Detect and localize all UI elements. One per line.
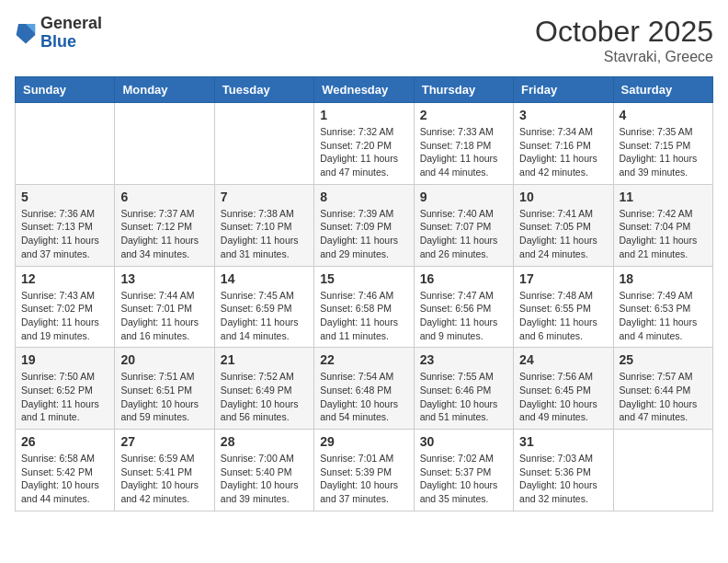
day-number: 1: [320, 108, 407, 122]
day-number: 25: [620, 352, 707, 367]
calendar-cell: [214, 103, 313, 185]
day-number: 18: [620, 271, 707, 286]
calendar-cell: 16Sunrise: 7:47 AM Sunset: 6:56 PM Dayli…: [414, 266, 513, 348]
calendar-week-row: 12Sunrise: 7:43 AM Sunset: 7:02 PM Dayli…: [16, 266, 713, 348]
calendar-cell: 30Sunrise: 7:02 AM Sunset: 5:37 PM Dayli…: [414, 430, 513, 511]
calendar-week-row: 1Sunrise: 7:32 AM Sunset: 7:20 PM Daylig…: [16, 103, 713, 185]
logo-blue-text: Blue: [40, 33, 102, 52]
day-info: Sunrise: 7:47 AM Sunset: 6:56 PM Dayligh…: [420, 289, 507, 343]
calendar-cell: 10Sunrise: 7:41 AM Sunset: 7:05 PM Dayli…: [514, 184, 613, 266]
calendar-cell: 6Sunrise: 7:37 AM Sunset: 7:12 PM Daylig…: [115, 184, 214, 266]
day-info: Sunrise: 7:32 AM Sunset: 7:20 PM Dayligh…: [320, 125, 407, 179]
day-info: Sunrise: 7:35 AM Sunset: 7:15 PM Dayligh…: [620, 125, 707, 179]
day-info: Sunrise: 7:57 AM Sunset: 6:44 PM Dayligh…: [620, 370, 707, 424]
logo-general-text: General: [40, 15, 102, 33]
calendar-cell: 5Sunrise: 7:36 AM Sunset: 7:13 PM Daylig…: [16, 184, 115, 266]
day-number: 7: [221, 190, 308, 204]
day-number: 26: [21, 434, 108, 449]
calendar-cell: 17Sunrise: 7:48 AM Sunset: 6:55 PM Dayli…: [514, 266, 613, 348]
day-number: 9: [420, 190, 507, 204]
day-number: 8: [320, 190, 407, 204]
calendar-week-row: 5Sunrise: 7:36 AM Sunset: 7:13 PM Daylig…: [16, 184, 713, 266]
day-number: 20: [120, 352, 208, 367]
day-number: 16: [420, 271, 507, 286]
day-info: Sunrise: 7:39 AM Sunset: 7:09 PM Dayligh…: [320, 207, 407, 261]
day-info: Sunrise: 7:43 AM Sunset: 7:02 PM Dayligh…: [21, 289, 108, 343]
calendar-cell: 12Sunrise: 7:43 AM Sunset: 7:02 PM Dayli…: [16, 266, 115, 348]
day-info: Sunrise: 7:36 AM Sunset: 7:13 PM Dayligh…: [21, 207, 108, 261]
calendar-week-row: 19Sunrise: 7:50 AM Sunset: 6:52 PM Dayli…: [16, 348, 713, 430]
day-number: 24: [519, 352, 607, 367]
day-number: 13: [120, 271, 208, 286]
month-year: October 2025: [535, 15, 713, 49]
day-info: Sunrise: 6:58 AM Sunset: 5:42 PM Dayligh…: [21, 452, 108, 506]
day-info: Sunrise: 7:40 AM Sunset: 7:07 PM Dayligh…: [420, 207, 507, 261]
logo-icon: [15, 20, 37, 46]
calendar-cell: 14Sunrise: 7:45 AM Sunset: 6:59 PM Dayli…: [214, 266, 313, 348]
day-info: Sunrise: 7:49 AM Sunset: 6:53 PM Dayligh…: [620, 289, 707, 343]
day-number: 2: [420, 108, 507, 122]
day-info: Sunrise: 7:42 AM Sunset: 7:04 PM Dayligh…: [620, 207, 707, 261]
day-info: Sunrise: 7:03 AM Sunset: 5:36 PM Dayligh…: [519, 452, 607, 506]
day-info: Sunrise: 7:50 AM Sunset: 6:52 PM Dayligh…: [21, 370, 108, 424]
calendar-cell: 13Sunrise: 7:44 AM Sunset: 7:01 PM Dayli…: [115, 266, 214, 348]
calendar-cell: 28Sunrise: 7:00 AM Sunset: 5:40 PM Dayli…: [214, 430, 313, 511]
day-info: Sunrise: 7:51 AM Sunset: 6:51 PM Dayligh…: [120, 370, 208, 424]
page-header: General Blue October 2025 Stavraki, Gree…: [15, 15, 713, 65]
weekday-header-monday: Monday: [115, 77, 214, 103]
day-info: Sunrise: 7:41 AM Sunset: 7:05 PM Dayligh…: [519, 207, 607, 261]
day-info: Sunrise: 7:34 AM Sunset: 7:16 PM Dayligh…: [519, 125, 607, 179]
weekday-header-tuesday: Tuesday: [214, 77, 313, 103]
day-number: 28: [221, 434, 308, 449]
calendar-cell: 21Sunrise: 7:52 AM Sunset: 6:49 PM Dayli…: [214, 348, 313, 430]
calendar-cell: 8Sunrise: 7:39 AM Sunset: 7:09 PM Daylig…: [314, 184, 414, 266]
month-title: October 2025 Stavraki, Greece: [535, 15, 713, 65]
day-number: 6: [120, 190, 208, 204]
weekday-header-saturday: Saturday: [613, 77, 712, 103]
day-info: Sunrise: 7:56 AM Sunset: 6:45 PM Dayligh…: [519, 370, 607, 424]
day-number: 11: [620, 190, 707, 204]
calendar-cell: 22Sunrise: 7:54 AM Sunset: 6:48 PM Dayli…: [314, 348, 414, 430]
day-info: Sunrise: 7:45 AM Sunset: 6:59 PM Dayligh…: [221, 289, 308, 343]
calendar-cell: 1Sunrise: 7:32 AM Sunset: 7:20 PM Daylig…: [314, 103, 414, 185]
day-number: 30: [420, 434, 507, 449]
calendar-cell: 18Sunrise: 7:49 AM Sunset: 6:53 PM Dayli…: [613, 266, 712, 348]
day-number: 29: [320, 434, 407, 449]
calendar-cell: 25Sunrise: 7:57 AM Sunset: 6:44 PM Dayli…: [613, 348, 712, 430]
calendar-cell: 11Sunrise: 7:42 AM Sunset: 7:04 PM Dayli…: [613, 184, 712, 266]
calendar-cell: 7Sunrise: 7:38 AM Sunset: 7:10 PM Daylig…: [214, 184, 313, 266]
day-number: 23: [420, 352, 507, 367]
day-number: 22: [320, 352, 407, 367]
day-info: Sunrise: 7:00 AM Sunset: 5:40 PM Dayligh…: [221, 452, 308, 506]
day-number: 14: [221, 271, 308, 286]
day-info: Sunrise: 7:46 AM Sunset: 6:58 PM Dayligh…: [320, 289, 407, 343]
day-info: Sunrise: 7:02 AM Sunset: 5:37 PM Dayligh…: [420, 452, 507, 506]
calendar-cell: 27Sunrise: 6:59 AM Sunset: 5:41 PM Dayli…: [115, 430, 214, 511]
calendar-cell: [16, 103, 115, 185]
calendar-cell: 3Sunrise: 7:34 AM Sunset: 7:16 PM Daylig…: [514, 103, 613, 185]
logo: General Blue: [15, 15, 102, 52]
calendar-cell: 4Sunrise: 7:35 AM Sunset: 7:15 PM Daylig…: [613, 103, 712, 185]
day-number: 4: [620, 108, 707, 122]
calendar-cell: 2Sunrise: 7:33 AM Sunset: 7:18 PM Daylig…: [414, 103, 513, 185]
weekday-header-row: SundayMondayTuesdayWednesdayThursdayFrid…: [16, 77, 713, 103]
calendar-table: SundayMondayTuesdayWednesdayThursdayFrid…: [15, 76, 713, 511]
day-info: Sunrise: 7:33 AM Sunset: 7:18 PM Dayligh…: [420, 125, 507, 179]
weekday-header-thursday: Thursday: [414, 77, 513, 103]
day-number: 15: [320, 271, 407, 286]
day-number: 17: [519, 271, 607, 286]
day-number: 31: [519, 434, 607, 449]
calendar-cell: [613, 430, 712, 511]
day-info: Sunrise: 7:44 AM Sunset: 7:01 PM Dayligh…: [120, 289, 208, 343]
calendar-cell: 19Sunrise: 7:50 AM Sunset: 6:52 PM Dayli…: [16, 348, 115, 430]
day-number: 19: [21, 352, 108, 367]
day-info: Sunrise: 7:38 AM Sunset: 7:10 PM Dayligh…: [221, 207, 308, 261]
calendar-cell: 31Sunrise: 7:03 AM Sunset: 5:36 PM Dayli…: [514, 430, 613, 511]
calendar-week-row: 26Sunrise: 6:58 AM Sunset: 5:42 PM Dayli…: [16, 430, 713, 511]
day-info: Sunrise: 7:37 AM Sunset: 7:12 PM Dayligh…: [120, 207, 208, 261]
weekday-header-sunday: Sunday: [16, 77, 115, 103]
day-info: Sunrise: 6:59 AM Sunset: 5:41 PM Dayligh…: [120, 452, 208, 506]
day-info: Sunrise: 7:01 AM Sunset: 5:39 PM Dayligh…: [320, 452, 407, 506]
calendar-cell: [115, 103, 214, 185]
location: Stavraki, Greece: [535, 49, 713, 65]
